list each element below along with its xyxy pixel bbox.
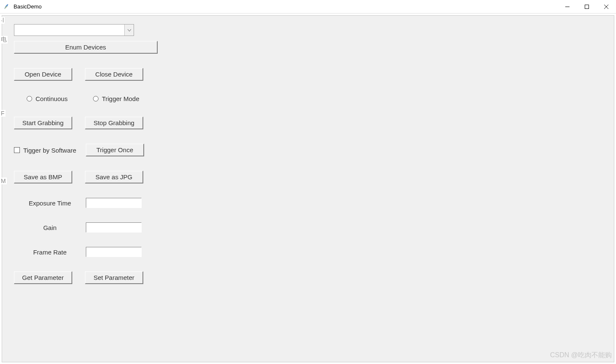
feather-icon (3, 3, 10, 10)
gain-input[interactable] (86, 222, 142, 233)
stop-grabbing-button[interactable]: Stop Grabbing (85, 117, 143, 129)
set-parameter-button[interactable]: Set Parameter (85, 271, 143, 284)
frame-rate-label: Frame Rate (14, 249, 86, 256)
checkbox-icon (14, 147, 20, 153)
start-grabbing-button[interactable]: Start Grabbing (14, 117, 72, 129)
minimize-button[interactable] (558, 0, 577, 14)
bg-fragment: 电 (0, 36, 8, 44)
continuous-radio[interactable]: Continuous (27, 95, 68, 102)
radio-icon (27, 96, 32, 101)
open-device-button[interactable]: Open Device (14, 68, 72, 81)
bg-fragment: M (0, 178, 7, 184)
chevron-down-icon (124, 25, 134, 36)
bg-fragment: ·l (0, 17, 5, 24)
window-title: BasicDemo (14, 3, 41, 10)
save-bmp-button[interactable]: Save as BMP (14, 171, 72, 183)
trigger-once-button[interactable]: Trigger Once (86, 144, 144, 156)
enum-devices-button[interactable]: Enum Devices (14, 41, 158, 54)
bg-fragment: F (0, 110, 5, 117)
device-combobox[interactable] (14, 24, 134, 36)
svg-rect-1 (585, 5, 589, 9)
trigger-mode-radio-label: Trigger Mode (102, 95, 140, 102)
trigger-software-label: Tigger by Software (23, 147, 76, 154)
save-jpg-button[interactable]: Save as JPG (85, 171, 143, 183)
frame-rate-input[interactable] (86, 247, 142, 257)
exposure-time-input[interactable] (86, 198, 142, 208)
trigger-software-checkbox[interactable]: Tigger by Software (14, 147, 82, 154)
title-bar: BasicDemo (0, 0, 616, 14)
app-window: BasicDemo Enum Devices (0, 0, 616, 364)
controls-panel: Enum Devices Open Device Close Device Co… (14, 24, 158, 284)
close-device-button[interactable]: Close Device (85, 68, 143, 81)
radio-icon (93, 96, 99, 101)
maximize-button[interactable] (577, 0, 597, 14)
window-controls (558, 0, 616, 13)
continuous-radio-label: Continuous (36, 95, 68, 102)
client-area: Enum Devices Open Device Close Device Co… (2, 15, 614, 362)
close-button[interactable] (597, 0, 616, 14)
trigger-mode-radio[interactable]: Trigger Mode (93, 95, 140, 102)
gain-label: Gain (14, 224, 86, 231)
get-parameter-button[interactable]: Get Parameter (14, 271, 72, 284)
exposure-time-label: Exposure Time (14, 200, 86, 207)
